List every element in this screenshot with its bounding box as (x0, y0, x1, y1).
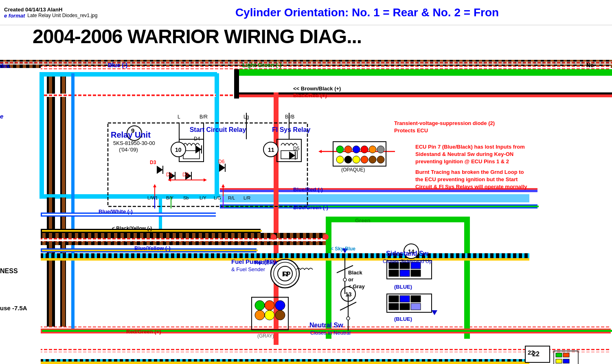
svg-marker-67 (222, 184, 225, 187)
svg-rect-25 (326, 217, 331, 339)
svg-rect-136 (563, 353, 569, 357)
svg-point-84 (377, 156, 384, 163)
circle-12: 12 (282, 271, 289, 277)
black-label: Blackor< Gray (348, 270, 365, 290)
circle-11: 11 (268, 147, 274, 153)
neutral-sw-label: Neutral Sw (309, 322, 343, 329)
svg-rect-92 (387, 294, 432, 312)
svg-marker-50 (195, 145, 202, 153)
svg-rect-93 (389, 296, 399, 302)
svg-rect-9 (234, 69, 612, 76)
svg-point-81 (353, 156, 360, 163)
opaque-label: (OPAQUE) (341, 167, 365, 173)
svg-rect-39 (41, 359, 529, 364)
pin-BY: B/Y (166, 195, 173, 200)
svg-rect-45 (183, 151, 200, 159)
svg-rect-40 (41, 362, 529, 364)
svg-rect-14 (71, 73, 75, 330)
fuse-label: use -7.5A (0, 305, 27, 311)
svg-rect-95 (411, 296, 421, 302)
relay-unit-years: ('04-'09) (119, 147, 138, 153)
d5-label: D5 (293, 146, 299, 151)
svg-rect-23 (220, 204, 537, 208)
svg-rect-15 (234, 92, 612, 97)
circle-9: 9 (131, 127, 134, 134)
svg-line-125 (340, 302, 356, 310)
svg-rect-1 (0, 61, 612, 65)
red-green-pos-label: Red/Green (+) (126, 329, 161, 335)
fi-sys-relay-label: FI Sys Relay (272, 126, 310, 134)
file-name: Late Relay Unit Diodes_rev1.jpg (27, 13, 97, 18)
svg-rect-12 (41, 194, 219, 197)
black-red-pos-label: Black/Red (+) (293, 92, 327, 99)
svg-rect-3 (47, 73, 55, 330)
svg-rect-135 (556, 353, 562, 357)
svg-point-103 (265, 300, 274, 310)
svg-marker-58 (219, 164, 225, 172)
svg-rect-16 (234, 92, 612, 94)
pin-L: L (178, 114, 180, 120)
svg-point-102 (255, 300, 265, 310)
svg-rect-138 (563, 359, 569, 363)
svg-point-116 (323, 234, 329, 240)
light-green-neg-label: Light Green (-) (242, 62, 281, 68)
d4-label: D4 (194, 136, 200, 142)
svg-point-77 (369, 146, 376, 153)
relay-unit-part: 5KS-81950-30-00 (113, 140, 155, 146)
diagram-area: FP 22 (0, 25, 612, 364)
svg-point-105 (255, 310, 265, 320)
circle-22: 22 (528, 349, 535, 356)
d1-label: D1 (166, 172, 172, 178)
svg-point-130 (343, 278, 347, 281)
blue-green-neg-label: Blue/Green (-) (293, 204, 328, 211)
created-text: Created 04/14/13 AlanH (4, 7, 118, 13)
title-bar: Created 04/14/13 AlanH e format Late Rel… (0, 0, 612, 25)
svg-rect-47 (281, 151, 297, 159)
svg-point-83 (369, 156, 376, 163)
svg-rect-36 (41, 238, 326, 241)
pin-RL: R/L (228, 195, 235, 200)
svg-marker-61 (204, 178, 207, 182)
svg-point-107 (275, 310, 285, 320)
blue-label-2: (BLUE) (394, 316, 412, 322)
svg-rect-0 (0, 60, 612, 68)
svg-rect-35 (41, 233, 326, 245)
svg-rect-94 (400, 296, 410, 302)
title-left: Created 04/14/13 AlanH e format Late Rel… (4, 7, 118, 19)
iles-label: iles. (0, 63, 11, 69)
svg-point-76 (361, 146, 368, 153)
pin-Lg: Lg (243, 114, 249, 120)
fuel-pump-sub: & Fuel Sender (231, 266, 265, 272)
blue-white-neg-label: Blue/White (-) (99, 208, 133, 215)
svg-point-106 (265, 310, 274, 320)
svg-rect-44 (179, 139, 204, 162)
pin-BrB: Br/B (285, 114, 294, 120)
svg-rect-97 (400, 303, 410, 310)
start-circuit-relay-label: Start Circuit Relay (177, 126, 259, 134)
blue-yellow-neg-label: Blue/Yellow (-) (134, 245, 171, 251)
svg-rect-98 (411, 303, 421, 310)
svg-marker-56 (289, 151, 295, 160)
svg-rect-38 (41, 258, 529, 261)
brown-black-pos-label: << Brown/Black (+) (293, 86, 341, 92)
svg-rect-24 (221, 206, 539, 207)
pin-BR: B/R (200, 114, 208, 120)
svg-rect-10 (216, 73, 219, 195)
green-label: Green (355, 217, 371, 224)
svg-point-115 (271, 234, 276, 240)
pin-Sb: Sb (183, 195, 189, 200)
svg-marker-65 (153, 184, 156, 187)
svg-rect-101 (252, 297, 288, 330)
blue-neg-label: Blue (-) (108, 62, 127, 68)
svg-marker-63 (168, 178, 171, 182)
neutral-sw-sub: Closes in Neutral (310, 330, 351, 336)
svg-point-75 (353, 146, 360, 153)
svg-rect-13 (41, 73, 44, 197)
svg-rect-27 (464, 217, 470, 339)
blue-red-neg-label: Blue/Red (-) (293, 186, 323, 193)
svg-rect-8 (41, 349, 611, 352)
ecu-pin7-note: ECU Pin 7 (Blue/Black) has lost Inputs f… (415, 143, 525, 166)
svg-rect-4 (60, 73, 66, 330)
svg-rect-91 (411, 270, 421, 276)
e-label: e (0, 113, 3, 120)
